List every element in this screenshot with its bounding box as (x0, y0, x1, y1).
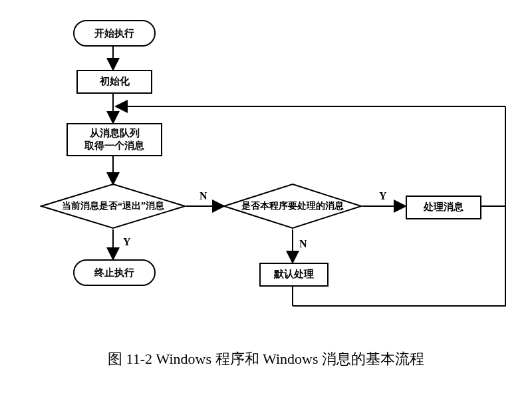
decision2-label: 是否本程序要处理的消息 (241, 200, 344, 212)
getmsg-label: 从消息队列 取得一个消息 (84, 127, 144, 153)
label-d2-no: N (299, 238, 307, 250)
process-getmsg: 从消息队列 取得一个消息 (66, 123, 162, 156)
decision-quit: 当前消息是否“退出”消息 (40, 183, 186, 229)
end-label: 终止执行 (94, 267, 134, 279)
start-label: 开始执行 (94, 27, 134, 40)
terminator-start: 开始执行 (73, 20, 156, 47)
label-d2-yes: Y (379, 190, 387, 202)
process-msg-label: 处理消息 (424, 201, 464, 214)
caption-text: 图 11-2 Windows 程序和 Windows 消息的基本流程 (108, 350, 424, 367)
label-d1-yes: Y (123, 236, 131, 248)
decision1-label: 当前消息是否“退出”消息 (62, 200, 164, 212)
figure-caption: 图 11-2 Windows 程序和 Windows 消息的基本流程 (0, 349, 532, 369)
terminator-end: 终止执行 (73, 259, 156, 286)
process-init: 初始化 (76, 70, 152, 94)
process-default: 默认处理 (259, 263, 329, 287)
label-d1-no: N (200, 190, 207, 202)
default-label: 默认处理 (274, 268, 314, 281)
flowchart-canvas: 开始执行 初始化 从消息队列 取得一个消息 当前消息是否“退出”消息 是否本程序… (0, 0, 532, 399)
process-handle-msg: 处理消息 (406, 196, 481, 219)
decision-handled: 是否本程序要处理的消息 (223, 183, 362, 229)
init-label: 初始化 (100, 75, 130, 88)
